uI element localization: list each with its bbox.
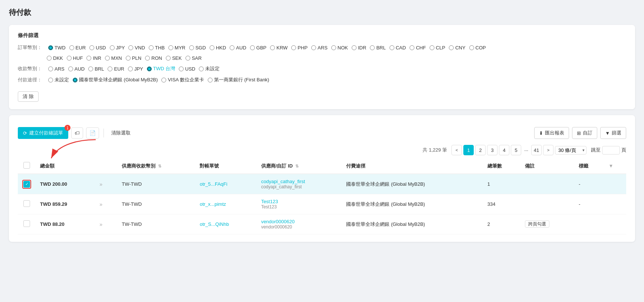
receive-unset[interactable]: 未設定 <box>199 65 220 72</box>
row3-checkbox[interactable] <box>23 220 30 227</box>
payment-cathay[interactable]: 國泰世華全球企網銀 (Global MyB2B) <box>73 77 158 83</box>
currency-filter-row2: DKK HUF INR MXN PLN RON SE <box>18 55 626 61</box>
cross-page-tag[interactable]: 跨頁勾選 <box>525 220 549 228</box>
radio-thb[interactable]: THB <box>149 45 165 51</box>
receive-usd[interactable]: USD <box>179 66 195 72</box>
select-all-checkbox[interactable] <box>23 162 30 169</box>
radio-twd[interactable]: TWD <box>48 45 66 51</box>
pagination-bar: 共 1,229 筆 < 1 2 3 4 5 ··· 41 > 30 條/頁 50… <box>18 142 626 158</box>
row2-tags: - <box>574 194 604 214</box>
row3-supplier-link[interactable]: vendor0000620 <box>261 219 295 224</box>
radio-jpy[interactable]: JPY <box>110 45 125 51</box>
radio-hkd[interactable]: HKD <box>210 45 226 51</box>
clear-selection-button[interactable]: 清除選取 <box>108 127 134 139</box>
row2-checkbox[interactable] <box>23 200 30 207</box>
row1-order-link[interactable]: otr_5...FAqFi <box>200 181 227 187</box>
page-1-button[interactable]: 1 <box>463 145 474 155</box>
radio-cny[interactable]: CNY <box>449 45 465 51</box>
radio-pln[interactable]: PLN <box>126 55 141 61</box>
table-section: 總金額 供應商收款幣別 ⇅ 對帳單號 供應商/自訂 ID <box>18 158 626 234</box>
row1-supplier-id: codyapi_cathay_first codyapi_cathay_firs… <box>257 174 342 194</box>
radio-sek[interactable]: SEK <box>166 55 182 61</box>
row1-supplier-sub: codyapi_cathay_first <box>261 184 337 189</box>
column-filter-icon[interactable]: ▼ <box>609 163 614 169</box>
payment-unset[interactable]: 未設定 <box>48 77 69 83</box>
create-confirm-button[interactable]: ⟳ 建立付款確認單 1 <box>18 127 68 139</box>
next-page-button[interactable]: > <box>543 145 553 155</box>
radio-cop[interactable]: COP <box>469 45 486 51</box>
receive-brl[interactable]: BRL <box>88 66 104 72</box>
radio-clp[interactable]: CLP <box>430 45 445 51</box>
radio-ron[interactable]: RON <box>145 55 162 61</box>
clear-filter-button[interactable]: 清 除 <box>18 91 39 102</box>
radio-nok[interactable]: NOK <box>331 45 348 51</box>
payment-visa[interactable]: VISA 數位企業卡 <box>161 77 204 83</box>
radio-krw[interactable]: KRW <box>270 45 288 51</box>
row1-checkbox[interactable] <box>23 181 30 188</box>
toolbar-right: ⬇ 匯出報表 ⊞ 自訂 ▼ 篩選 <box>534 127 626 139</box>
receive-jpy[interactable]: JPY <box>128 66 143 72</box>
radio-myr[interactable]: MYR <box>168 45 185 51</box>
sort-supplier-currency-icon[interactable]: ⇅ <box>158 164 161 168</box>
row1-checkbox-cell <box>18 174 36 194</box>
radio-brl[interactable]: BRL <box>370 45 385 51</box>
radio-usd[interactable]: USD <box>89 45 106 51</box>
page-5-button[interactable]: 5 <box>511 145 521 155</box>
row2-expand-button[interactable]: » <box>98 201 104 207</box>
page-2-button[interactable]: 2 <box>475 145 486 155</box>
sort-supplier-id-icon[interactable]: ⇅ <box>295 164 299 168</box>
currency-radio-group2: DKK HUF INR MXN PLN RON SE <box>47 55 202 61</box>
radio-aud[interactable]: AUD <box>230 45 246 51</box>
receive-aud[interactable]: AUD <box>68 66 85 72</box>
file-icon: 📄 <box>89 130 96 136</box>
filter-button[interactable]: ▼ 篩選 <box>600 127 626 139</box>
filter-card: 條件篩選 訂單幣別： TWD EUR USD JPY VND <box>9 25 635 109</box>
radio-dkk[interactable]: DKK <box>47 55 63 61</box>
row2-order-number: otr_x...pimtz <box>195 194 256 214</box>
row2-supplier-link[interactable]: Test123 <box>261 199 278 204</box>
row3-expand-button[interactable]: » <box>98 221 104 227</box>
radio-gbp[interactable]: GBP <box>250 45 266 51</box>
row2-payment-method: 國泰世華全球企網銀 (Global MyB2B) <box>342 194 483 214</box>
radio-ars[interactable]: ARS <box>311 45 328 51</box>
receive-ars[interactable]: ARS <box>48 66 65 72</box>
row3-supplier-sub: vendor0000620 <box>261 224 337 230</box>
jump-input[interactable] <box>602 146 620 155</box>
custom-button[interactable]: ⊞ 自訂 <box>572 127 597 139</box>
row2-supplier-id: Test123 Test123 <box>257 194 342 214</box>
row2-expand: » <box>93 194 117 214</box>
radio-inr[interactable]: INR <box>86 55 101 61</box>
page-4-button[interactable]: 4 <box>499 145 509 155</box>
row1-expand: » <box>93 174 117 194</box>
per-page-select[interactable]: 30 條/頁 50 條/頁 100 條/頁 <box>555 146 586 155</box>
th-supplier-currency: 供應商收款幣別 ⇅ <box>117 158 195 174</box>
export-button[interactable]: ⬇ 匯出報表 <box>534 127 569 139</box>
radio-cad[interactable]: CAD <box>390 45 406 51</box>
receive-twd[interactable]: TWD 台灣 <box>147 65 175 72</box>
row3-order-link[interactable]: otr_S...QiNhb <box>200 221 229 227</box>
page-3-button[interactable]: 3 <box>487 145 497 155</box>
payment-firstbank[interactable]: 第一商業銀行 (First Bank) <box>208 77 269 83</box>
radio-sar[interactable]: SAR <box>185 55 202 61</box>
radio-idr[interactable]: IDR <box>352 45 366 51</box>
radio-chf[interactable]: CHF <box>410 45 426 51</box>
receive-eur[interactable]: EUR <box>108 66 124 72</box>
radio-php[interactable]: PHP <box>291 45 308 51</box>
radio-eur[interactable]: EUR <box>69 45 86 51</box>
th-total-records: 總筆數 <box>483 158 520 174</box>
radio-sgd[interactable]: SGD <box>189 45 206 51</box>
row2-order-link[interactable]: otr_x...pimtz <box>200 201 226 207</box>
tag-button[interactable]: 🏷 <box>71 127 83 139</box>
radio-huf[interactable]: HUF <box>67 55 83 61</box>
radio-vnd[interactable]: VND <box>128 45 145 51</box>
row1-expand-button[interactable]: » <box>98 181 104 187</box>
prev-page-button[interactable]: < <box>451 145 462 155</box>
file-button[interactable]: 📄 <box>86 127 99 139</box>
last-page-button[interactable]: 41 <box>531 145 542 155</box>
radio-mxn[interactable]: MXN <box>105 55 122 61</box>
toolbar: ⟳ 建立付款確認單 1 🏷 📄 清除選取 ⬇ 匯出報表 ⊞ 自訂 <box>18 123 626 142</box>
row3-tags <box>574 214 604 234</box>
row1-supplier-currency: TW-TWD <box>117 174 195 194</box>
row1-supplier-link[interactable]: codyapi_cathay_first <box>261 179 305 184</box>
total-count: 共 1,229 筆 <box>423 147 447 153</box>
